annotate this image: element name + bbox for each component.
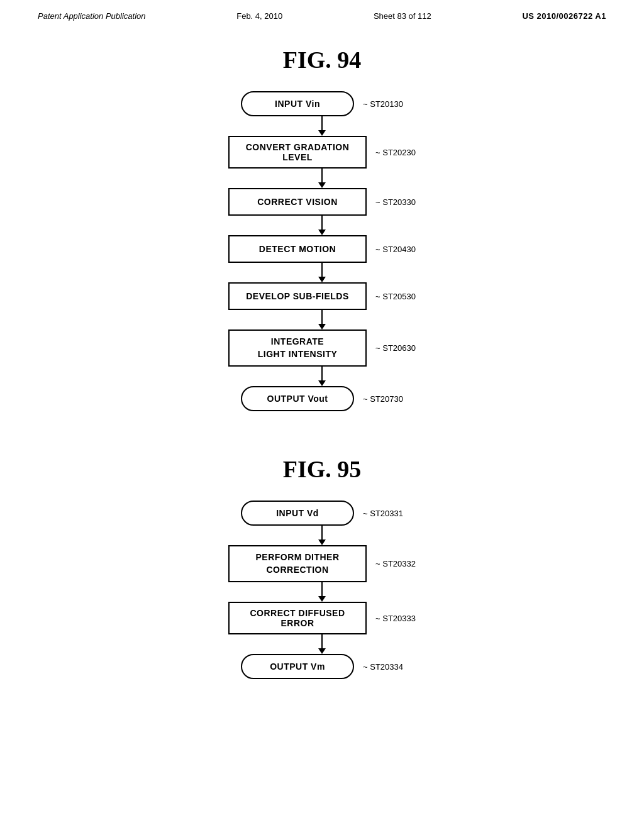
arrow-seg-4 [321,263,323,277]
fig95-flowchart: INPUT Vd ~ ST20331 PERFORM DITHER CORREC… [228,501,416,679]
step-st20530: DEVELOP SUB-FIELDS ~ ST20530 [228,282,416,310]
step-st20630: INTEGRATE LIGHT INTENSITY ~ ST20630 [228,329,416,367]
fig95-title: FIG. 95 [283,455,362,483]
node-input-vd: INPUT Vd [241,501,354,526]
arrow-seg-7 [321,526,323,540]
label-st20330: ~ ST20330 [375,197,416,207]
header-patent-number: US 2010/0026722 A1 [522,11,606,21]
arrow-2 [253,169,391,188]
node-correct-diffused: CORRECT DIFFUSED ERROR [228,602,367,634]
label-st20331: ~ ST20331 [363,509,403,518]
arrow-seg-9 [321,634,323,648]
step-st20332: PERFORM DITHER CORRECTION ~ ST20332 [228,545,416,582]
arrow-seg-5 [321,310,323,324]
patent-page: Patent Application Publication Feb. 4, 2… [0,0,644,830]
label-st20230: ~ ST20230 [375,148,416,157]
node-perform-dither: PERFORM DITHER CORRECTION [228,545,367,582]
label-st20333: ~ ST20333 [375,614,416,623]
step-st20230: CONVERT GRADATION LEVEL ~ ST20230 [228,136,416,169]
step-st20334: OUTPUT Vm ~ ST20334 [241,654,403,679]
arrowhead-3 [318,230,326,235]
arrow-5 [253,310,391,329]
label-st20130: ~ ST20130 [363,99,403,109]
fig94-title: FIG. 94 [283,46,362,74]
arrowhead-6 [318,380,326,386]
arrowhead-8 [318,596,326,602]
arrow-seg-8 [321,582,323,596]
arrowhead-5 [318,324,326,329]
step-st20130: INPUT Vin ~ ST20130 [241,91,403,116]
step-st20331: INPUT Vd ~ ST20331 [241,501,403,526]
header-publication-type: Patent Application Publication [38,11,146,21]
label-st20730: ~ ST20730 [363,394,403,404]
arrow-seg-2 [321,169,323,182]
label-st20530: ~ ST20530 [375,292,416,301]
label-st20430: ~ ST20430 [375,245,416,254]
node-detect-motion: DETECT MOTION [228,235,367,263]
header-date: Feb. 4, 2010 [236,11,282,21]
page-header: Patent Application Publication Feb. 4, 2… [0,0,644,27]
arrowhead-1 [318,130,326,136]
arrow-3 [253,216,391,235]
arrowhead-9 [318,648,326,654]
label-st20334: ~ ST20334 [363,662,403,672]
arrow-6 [253,367,391,386]
label-st20630: ~ ST20630 [375,343,416,353]
arrowhead-7 [318,540,326,545]
arrow-8 [253,582,391,602]
figures-area: FIG. 94 INPUT Vin ~ ST20130 CONVERT GRAD… [0,27,644,698]
arrow-seg-1 [321,116,323,130]
step-st20730: OUTPUT Vout ~ ST20730 [241,386,403,411]
arrow-1 [253,116,391,136]
arrow-9 [253,634,391,654]
node-convert-gradation: CONVERT GRADATION LEVEL [228,136,367,169]
node-output-vout: OUTPUT Vout [241,386,354,411]
step-st20333: CORRECT DIFFUSED ERROR ~ ST20333 [228,602,416,634]
node-input-vin: INPUT Vin [241,91,354,116]
fig94-flowchart: INPUT Vin ~ ST20130 CONVERT GRADATION LE… [228,91,416,411]
arrow-7 [253,526,391,545]
header-sheet: Sheet 83 of 112 [374,11,431,21]
node-output-vm: OUTPUT Vm [241,654,354,679]
node-develop-subfields: DEVELOP SUB-FIELDS [228,282,367,310]
arrow-seg-3 [321,216,323,230]
arrowhead-2 [318,182,326,188]
step-st20430: DETECT MOTION ~ ST20430 [228,235,416,263]
node-integrate-light: INTEGRATE LIGHT INTENSITY [228,329,367,367]
step-st20330: CORRECT VISION ~ ST20330 [228,188,416,216]
arrow-4 [253,263,391,282]
arrowhead-4 [318,277,326,282]
label-st20332: ~ ST20332 [375,559,416,568]
arrow-seg-6 [321,367,323,380]
node-correct-vision: CORRECT VISION [228,188,367,216]
